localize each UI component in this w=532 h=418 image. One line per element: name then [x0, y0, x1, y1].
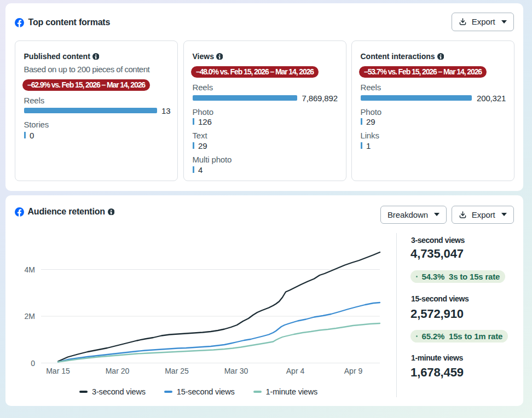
svg-text:Apr 9: Apr 9 [344, 367, 363, 375]
svg-text:0: 0 [31, 359, 35, 368]
svg-text:Apr 4: Apr 4 [286, 367, 305, 375]
svg-text:Mar 30: Mar 30 [224, 367, 248, 375]
svg-text:Mar 25: Mar 25 [165, 367, 189, 375]
svg-text:2M: 2M [25, 312, 35, 321]
svg-text:Mar 15: Mar 15 [46, 367, 70, 375]
svg-text:4M: 4M [25, 265, 35, 274]
svg-text:Mar 20: Mar 20 [106, 367, 130, 375]
